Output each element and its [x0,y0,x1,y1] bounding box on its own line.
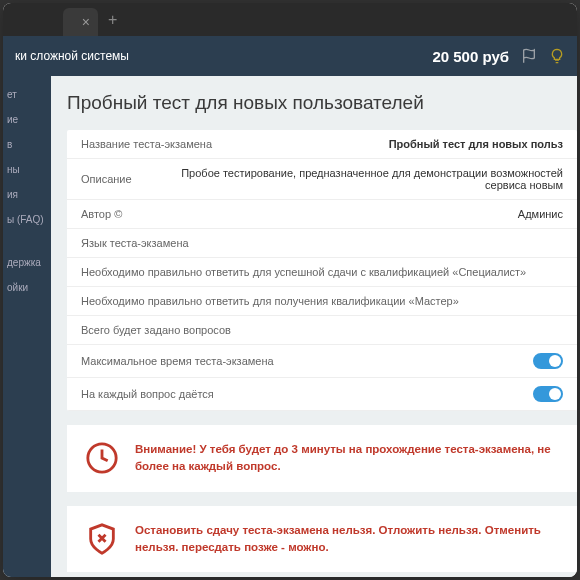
sidebar-item[interactable]: ет [3,82,51,107]
shield-x-icon [85,522,119,556]
warning-text: Внимание! У тебя будет до 3 минуты на пр… [135,441,559,476]
browser-tab[interactable]: × [63,8,98,36]
page-title: Пробный тест для новых пользователей [67,92,577,114]
header-title: ки сложной системы [15,49,129,63]
header-right: 20 500 руб [432,48,565,65]
close-icon[interactable]: × [82,14,90,30]
balance: 20 500 руб [432,48,509,65]
row-label: Необходимо правильно ответить для получе… [81,295,459,307]
row-value: Пробое тестирование, предназначенное для… [152,167,563,191]
browser-tabbar: × + [3,3,577,36]
detail-row: Язык теста-экзамена [67,229,577,258]
row-value: Пробный тест для новых польз [389,138,563,150]
clock-icon [85,441,119,475]
app-window: × + ки сложной системы 20 500 руб ет ие … [3,3,577,577]
row-label: Максимальное время теста-экзамена [81,355,274,367]
row-value: Админис [518,208,563,220]
sidebar-item[interactable]: в [3,132,51,157]
app-header: ки сложной системы 20 500 руб [3,36,577,76]
sidebar-item[interactable]: ие [3,107,51,132]
warning-nostop: Остановить сдачу теста-экзамена нельзя. … [67,506,577,573]
details-card: Название теста-экзамена Пробный тест для… [67,130,577,411]
warning-time: Внимание! У тебя будет до 3 минуты на пр… [67,425,577,492]
sidebar-item[interactable]: ны [3,157,51,182]
sidebar-item[interactable]: ы (FAQ) [3,207,51,232]
app-body: ет ие в ны ия ы (FAQ) держка ойки Пробны… [3,76,577,577]
bulb-icon[interactable] [549,48,565,64]
sidebar-item[interactable]: ия [3,182,51,207]
row-label: Описание [81,173,132,185]
detail-row: Необходимо правильно ответить для успешн… [67,258,577,287]
flag-icon[interactable] [521,48,537,64]
row-label: Всего будет задано вопросов [81,324,231,336]
detail-row: Название теста-экзамена Пробный тест для… [67,130,577,159]
sidebar-item[interactable]: держка [3,250,51,275]
row-label: На каждый вопрос даётся [81,388,214,400]
toggle[interactable] [533,353,563,369]
main-content: Пробный тест для новых пользователей Наз… [51,76,577,577]
row-label: Язык теста-экзамена [81,237,189,249]
detail-row: Всего будет задано вопросов [67,316,577,345]
row-label: Необходимо правильно ответить для успешн… [81,266,526,278]
sidebar: ет ие в ны ия ы (FAQ) держка ойки [3,76,51,577]
detail-row: Максимальное время теста-экзамена [67,345,577,378]
warning-text: Остановить сдачу теста-экзамена нельзя. … [135,522,559,557]
new-tab-button[interactable]: + [108,11,117,29]
toggle[interactable] [533,386,563,402]
detail-row: Описание Пробое тестирование, предназнач… [67,159,577,200]
row-label: Автор © [81,208,122,220]
detail-row: На каждый вопрос даётся [67,378,577,411]
row-label: Название теста-экзамена [81,138,212,150]
detail-row: Необходимо правильно ответить для получе… [67,287,577,316]
sidebar-item[interactable]: ойки [3,275,51,300]
detail-row: Автор © Админис [67,200,577,229]
